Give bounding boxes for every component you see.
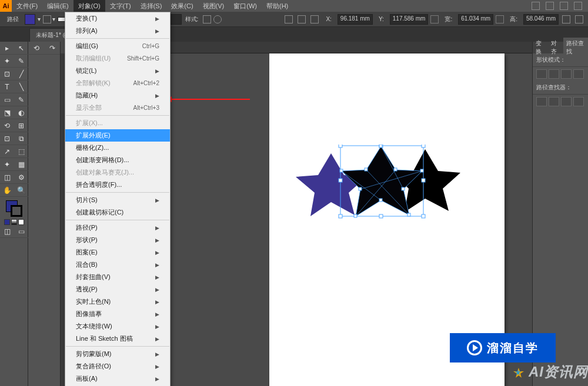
tool-1-0[interactable]: ✦ — [0, 55, 14, 68]
h-field[interactable]: 58.046 mm — [523, 14, 559, 25]
tool-3-1[interactable]: ╲ — [14, 80, 28, 93]
intersect-icon[interactable] — [561, 69, 572, 79]
color-mode-icon[interactable] — [4, 219, 10, 225]
menu-item-21[interactable]: 形状(P)▶ — [65, 234, 170, 246]
menu-item-7[interactable]: 隐藏(H)▶ — [65, 89, 170, 102]
unite-icon[interactable] — [536, 69, 547, 79]
recolor-icon[interactable] — [213, 15, 222, 24]
transform-icon[interactable] — [298, 15, 306, 24]
menu-6[interactable]: 视图(V) — [198, 0, 229, 12]
menu-item-28[interactable]: 文本绕排(W)▶ — [65, 320, 170, 333]
menu-item-25[interactable]: 透视(P)▶ — [65, 283, 170, 296]
dropdown-arrow-icon[interactable]: ▾ — [52, 16, 55, 22]
menu-item-32[interactable]: 复合路径(O)▶ — [65, 360, 170, 372]
tool-8-0[interactable]: ↗ — [0, 145, 14, 158]
menu-item-5[interactable]: 锁定(L)▶ — [65, 65, 170, 77]
tool-5-1[interactable]: ◐ — [14, 106, 28, 119]
layout4-icon[interactable] — [574, 2, 582, 10]
stroke-swatch[interactable] — [43, 15, 51, 24]
menu-1[interactable]: 编辑(E) — [42, 0, 74, 12]
layout2-icon[interactable] — [546, 2, 554, 10]
menu-item-24[interactable]: 封套扭曲(V)▶ — [65, 271, 170, 283]
menu-item-1[interactable]: 排列(A)▶ — [65, 25, 170, 37]
menu-item-22[interactable]: 图案(E)▶ — [65, 246, 170, 259]
menu-item-27[interactable]: 图像描摹▶ — [65, 308, 170, 320]
layout3-icon[interactable] — [560, 2, 568, 10]
tool-3-0[interactable]: T — [0, 80, 14, 93]
y-field[interactable]: 117.586 mm — [390, 14, 429, 25]
dropdown-arrow-icon[interactable]: ▾ — [38, 16, 41, 22]
tool-11-0[interactable]: ✋ — [0, 184, 14, 197]
menu-7[interactable]: 窗口(W) — [229, 0, 262, 12]
tool-0-1[interactable]: ↖ — [14, 42, 28, 55]
menu-item-33[interactable]: 画板(A)▶ — [65, 372, 170, 385]
tool-10-1[interactable]: ⚙ — [14, 171, 28, 184]
menu-item-12[interactable]: 栅格化(Z)... — [65, 142, 170, 154]
tool-11-1[interactable]: 🔍 — [14, 184, 28, 197]
layout-icon[interactable] — [532, 2, 540, 10]
menu-item-17[interactable]: 切片(S)▶ — [65, 194, 170, 206]
tab-pathfinder[interactable]: 路径查找 — [563, 38, 588, 58]
align-icon[interactable] — [285, 15, 293, 24]
shape-icon[interactable] — [310, 15, 319, 24]
menu-item-15[interactable]: 拼合透明度(F)... — [65, 179, 170, 191]
tool-9-1[interactable]: ▦ — [14, 158, 28, 171]
gradient-mode-icon[interactable] — [11, 219, 17, 225]
screen-mode-icon[interactable]: ◫ — [0, 225, 14, 238]
menu-8[interactable]: 帮助(H) — [262, 0, 293, 12]
x-field[interactable]: 96.181 mm — [338, 14, 373, 25]
divide-icon[interactable] — [536, 97, 547, 106]
svg-rect-18 — [379, 199, 382, 202]
minus-front-icon[interactable] — [549, 69, 559, 79]
more-icon[interactable] — [575, 15, 583, 24]
none-mode-icon[interactable] — [18, 219, 24, 225]
menu-item-23[interactable]: 混合(B)▶ — [65, 259, 170, 271]
link-wh-icon[interactable] — [496, 15, 504, 24]
tool-2-0[interactable]: ⊡ — [0, 68, 14, 80]
redo-icon[interactable]: ↷ — [44, 42, 60, 55]
tab-transform[interactable]: 变换 — [533, 38, 548, 58]
crop-icon[interactable] — [573, 97, 584, 106]
w-field[interactable]: 61.034 mm — [458, 14, 493, 25]
tool-10-0[interactable]: ◫ — [0, 171, 14, 184]
tool-0-0[interactable]: ▸ — [0, 42, 14, 55]
menu-item-26[interactable]: 实时上色(N)▶ — [65, 296, 170, 308]
menu-item-29[interactable]: Line 和 Sketch 图稿▶ — [65, 333, 170, 345]
menu-item-20[interactable]: 路径(P)▶ — [65, 221, 170, 234]
merge-icon[interactable] — [561, 97, 572, 106]
tool-4-1[interactable]: ✎ — [14, 93, 28, 106]
ref-point-icon[interactable] — [562, 15, 570, 24]
menu-item-11[interactable]: 扩展外观(E) — [65, 129, 170, 142]
tool-5-0[interactable]: ⬔ — [0, 106, 14, 119]
tool-4-0[interactable]: ▭ — [0, 93, 14, 106]
tool-2-1[interactable]: ╱ — [14, 68, 28, 80]
selected-shape[interactable] — [290, 145, 460, 221]
menu-2[interactable]: 对象(O) — [74, 0, 105, 12]
menu-0[interactable]: 文件(F) — [12, 0, 42, 12]
menu-item-0[interactable]: 变换(T)▶ — [65, 12, 170, 25]
fill-stroke-swatch[interactable] — [6, 200, 22, 217]
tool-8-1[interactable]: ⬚ — [14, 145, 28, 158]
menu-5[interactable]: 效果(C) — [166, 0, 198, 12]
change-screen-icon[interactable]: ▭ — [14, 225, 28, 238]
fill-swatch[interactable] — [25, 14, 35, 25]
tool-9-0[interactable]: ✦ — [0, 158, 14, 171]
tool-6-0[interactable]: ⟲ — [0, 119, 14, 132]
menu-item-13[interactable]: 创建渐变网格(D)... — [65, 154, 170, 166]
tool-1-1[interactable]: ✎ — [14, 55, 28, 68]
menu-4[interactable]: 选择(S) — [136, 0, 167, 12]
menu-item-31[interactable]: 剪切蒙版(M)▶ — [65, 348, 170, 360]
exclude-icon[interactable] — [573, 69, 584, 79]
tool-6-1[interactable]: ⊞ — [14, 119, 28, 132]
trim-icon[interactable] — [549, 97, 559, 106]
menu-item-3[interactable]: 编组(G)Ctrl+G — [65, 40, 170, 52]
menu-3[interactable]: 文字(T) — [105, 0, 136, 12]
tool-7-0[interactable]: ⊡ — [0, 132, 14, 145]
undo-icon[interactable]: ⟲ — [28, 42, 44, 55]
tool-7-1[interactable]: ⧉ — [14, 132, 28, 145]
style-swatch[interactable] — [203, 15, 211, 24]
w-label: 宽: — [445, 15, 452, 24]
menu-item-18[interactable]: 创建裁切标记(C) — [65, 206, 170, 219]
link-icon[interactable] — [430, 15, 439, 24]
tab-align[interactable]: 对齐 — [548, 38, 563, 58]
